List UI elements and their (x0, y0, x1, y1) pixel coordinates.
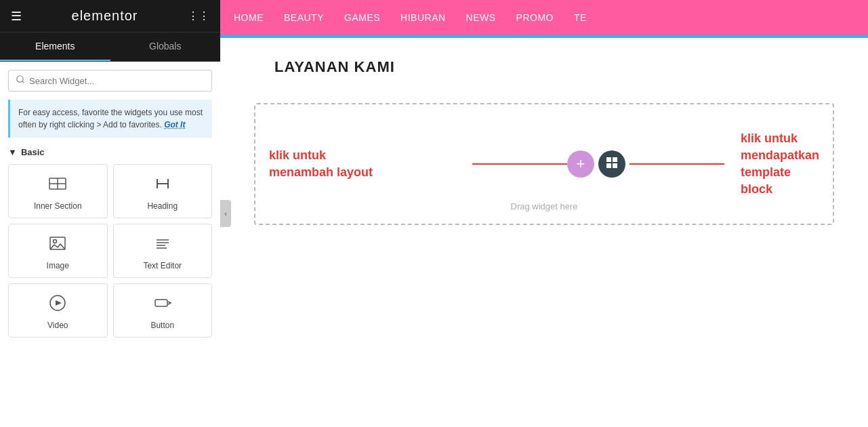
template-icon (606, 157, 618, 171)
tab-elements[interactable]: Elements (0, 33, 110, 61)
nav-hiburan[interactable]: HIBURAN (400, 12, 446, 23)
grid-icon[interactable]: ⋮⋮ (188, 9, 209, 22)
sidebar-collapse-handle[interactable]: ‹ (220, 200, 231, 227)
widget-video[interactable]: Video (8, 283, 108, 338)
add-layout-text: klik untuk menambah layout (269, 147, 373, 181)
image-icon (48, 234, 67, 256)
section-heading: LAYANAN KAMI (220, 38, 868, 89)
svg-point-0 (17, 76, 23, 82)
svg-rect-18 (613, 157, 617, 162)
elementor-logo: elementor (72, 8, 138, 24)
inner-section-label: Inner Section (34, 201, 82, 211)
svg-marker-15 (56, 300, 62, 306)
sidebar-tabs: Elements Globals (0, 33, 220, 62)
nav-te[interactable]: TE (574, 12, 587, 23)
add-layout-button[interactable]: + (567, 150, 594, 178)
collapse-icon: ‹ (224, 210, 226, 218)
sidebar-header: ☰ elementor ⋮⋮ (0, 0, 220, 33)
drag-hint: Drag widget here (255, 201, 833, 211)
button-label: Button (150, 321, 174, 330)
red-line-left (472, 163, 567, 165)
drop-zone[interactable]: klik untuk menambah layout + (254, 103, 834, 225)
inner-section-icon (48, 174, 67, 196)
svg-rect-16 (155, 300, 167, 306)
template-button[interactable] (598, 150, 625, 178)
main-area: HOME BEAUTY GAMES HIBURAN NEWS PROMO TE … (220, 0, 868, 427)
widget-inner-section[interactable]: Inner Section (8, 164, 108, 218)
tip-box: For easy access, favorite the widgets yo… (8, 100, 212, 138)
basic-section-title: ▼ Basic (8, 147, 212, 157)
image-label: Image (47, 261, 69, 270)
widget-button[interactable]: Button (113, 283, 213, 338)
chevron-down-icon: ▼ (8, 147, 17, 157)
drop-zone-inner: klik untuk menambah layout + (255, 150, 833, 178)
nav-promo[interactable]: PROMO (516, 12, 554, 23)
search-icon (16, 75, 25, 87)
hamburger-icon[interactable]: ☰ (11, 9, 22, 24)
widget-image[interactable]: Image (8, 224, 108, 278)
text-editor-icon (153, 234, 172, 256)
controls-row: + (472, 150, 724, 178)
top-navigation: HOME BEAUTY GAMES HIBURAN NEWS PROMO TE (220, 0, 868, 35)
canvas-area: LAYANAN KAMI klik untuk menambah layout … (220, 35, 868, 427)
nav-beauty[interactable]: BEAUTY (284, 12, 324, 23)
template-text: klik untuk mendapatkan template block (741, 130, 819, 199)
sidebar: ☰ elementor ⋮⋮ Elements Globals For easy… (0, 0, 220, 427)
nav-news[interactable]: NEWS (466, 12, 496, 23)
svg-rect-17 (606, 157, 611, 162)
text-editor-label: Text Editor (143, 261, 182, 270)
svg-line-1 (22, 81, 24, 83)
sidebar-body: For easy access, favorite the widgets yo… (0, 62, 220, 427)
red-line-right (629, 163, 724, 165)
nav-games[interactable]: GAMES (344, 12, 380, 23)
got-it-link[interactable]: Got It (164, 120, 185, 129)
heading-label: Heading (147, 201, 178, 211)
search-input[interactable] (29, 76, 205, 86)
heading-icon (153, 174, 172, 196)
nav-home[interactable]: HOME (234, 12, 264, 23)
widgets-grid: Inner Section Heading (8, 164, 212, 338)
svg-point-9 (54, 240, 57, 243)
widget-heading[interactable]: Heading (113, 164, 213, 218)
video-icon (48, 293, 67, 315)
search-box[interactable] (8, 70, 212, 92)
video-label: Video (47, 321, 68, 330)
tab-globals[interactable]: Globals (110, 33, 221, 61)
widget-text-editor[interactable]: Text Editor (113, 224, 213, 278)
plus-icon: + (577, 155, 585, 173)
svg-rect-20 (613, 163, 617, 168)
button-icon (153, 293, 172, 315)
svg-rect-19 (606, 163, 611, 168)
canvas-content: LAYANAN KAMI klik untuk menambah layout … (220, 35, 868, 427)
